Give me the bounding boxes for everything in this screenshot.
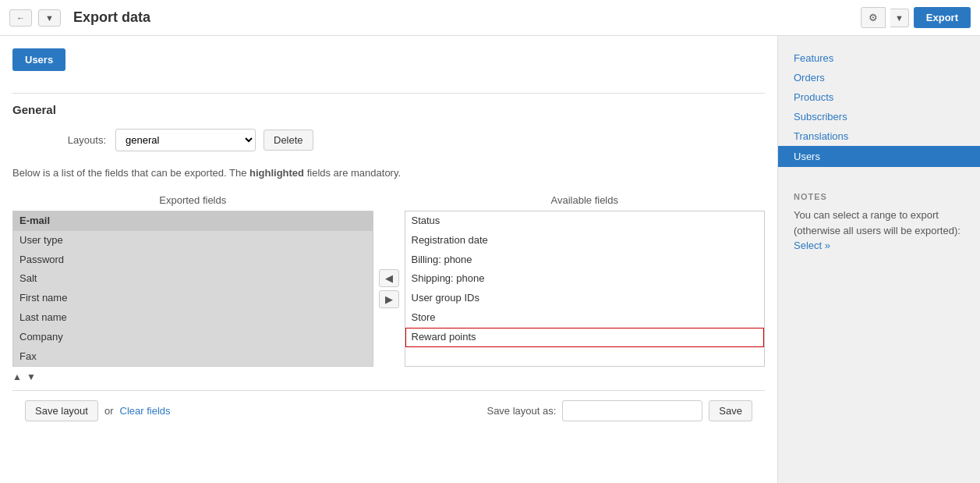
available-field-item[interactable]: Shipping: phone [405,269,765,289]
sidebar-nav: FeaturesOrdersProductsSubscribersTransla… [778,48,980,167]
info-text-after: fields are mandatory. [304,167,401,179]
available-field-item[interactable]: Store [405,308,765,328]
sort-up-button[interactable]: ▲ [12,371,22,382]
page-title: Export data [73,9,150,26]
sidebar-select-link[interactable]: Select » [794,240,830,251]
bottom-right: Save layout as: Save [486,400,752,421]
gear-button[interactable]: ⚙ [861,7,886,28]
sidebar-item-features[interactable]: Features [778,48,980,68]
info-text: Below is a list of the fields that can b… [12,167,765,179]
sidebar-notes-text: You can select a range to export (otherw… [794,208,964,254]
exported-field-item[interactable]: Password [13,250,373,270]
sort-down-button[interactable]: ▼ [27,371,36,382]
exported-field-item[interactable]: Fax [13,347,373,367]
sidebar-item-products[interactable]: Products [778,87,980,107]
available-fields-listbox[interactable]: StatusRegistration dateBilling: phoneShi… [405,211,766,367]
available-field-item[interactable]: Reward points [405,328,765,347]
sidebar: FeaturesOrdersProductsSubscribersTransla… [777,36,980,483]
exported-fields-header: Exported fields [12,194,373,206]
export-button[interactable]: Export [914,7,971,28]
exported-field-item[interactable]: Phone [13,366,373,367]
sidebar-item-orders[interactable]: Orders [778,68,980,87]
layouts-row: Layouts: general Delete [12,129,765,151]
save-layout-input[interactable] [562,400,702,421]
back-button[interactable]: ← [9,9,32,27]
main-content: Users General Layouts: general Delete Be… [0,36,777,483]
exported-fields-listbox[interactable]: E-mailUser typePasswordSaltFirst nameLas… [12,211,373,367]
save-layout-as-label: Save layout as: [486,405,556,417]
move-right-button[interactable]: ▶ [379,290,399,308]
exported-field-item[interactable]: E-mail [13,211,373,231]
clear-fields-link[interactable]: Clear fields [120,405,171,417]
fields-headers: Exported fields Available fields [12,194,765,211]
fields-row: E-mailUser typePasswordSaltFirst nameLas… [12,211,765,367]
move-left-button[interactable]: ◀ [379,269,399,287]
exported-field-item[interactable]: User type [13,231,373,250]
dropdown-nav-button[interactable]: ▼ [38,9,61,27]
users-tab-button[interactable]: Users [12,48,65,71]
available-field-item[interactable]: Status [405,211,765,231]
exported-field-item[interactable]: Company [13,328,373,347]
exported-field-item[interactable]: Last name [13,308,373,328]
top-bar: ← ▼ Export data ⚙ ▼ Export [0,0,980,36]
transfer-arrows: ◀ ▶ [373,211,405,367]
available-field-item[interactable]: Billing: phone [405,250,765,270]
available-field-item[interactable]: User group IDs [405,289,765,308]
or-label: or [104,405,114,417]
gear-dropdown-button[interactable]: ▼ [890,9,909,27]
layout-select[interactable]: general [115,129,256,151]
section-title: General [12,103,765,116]
sidebar-item-users[interactable]: Users [778,146,980,167]
exported-field-item[interactable]: Salt [13,269,373,289]
exported-field-item[interactable]: First name [13,289,373,308]
delete-button[interactable]: Delete [264,130,313,151]
info-highlighted: highlighted [249,167,304,179]
divider [12,93,765,94]
top-bar-left: ← ▼ Export data [9,9,150,27]
sidebar-notes-text-content: You can select a range to export (otherw… [794,209,961,236]
page-layout: Users General Layouts: general Delete Be… [0,36,980,483]
layouts-label: Layouts: [12,134,106,146]
sort-arrows: ▲ ▼ [12,371,765,382]
sidebar-notes-title: NOTES [794,192,964,201]
bottom-left: Save layout or Clear fields [25,400,171,421]
available-field-item[interactable]: Registration date [405,231,765,250]
available-fields-header: Available fields [405,194,766,206]
bottom-bar: Save layout or Clear fields Save layout … [12,390,765,431]
top-bar-right: ⚙ ▼ Export [861,7,971,28]
sidebar-item-translations[interactable]: Translations [778,126,980,146]
arrows-spacer [373,194,405,211]
save-layout-button[interactable]: Save layout [25,400,98,421]
save-button[interactable]: Save [709,400,752,421]
sidebar-notes: NOTES You can select a range to export (… [778,183,980,263]
sidebar-item-subscribers[interactable]: Subscribers [778,107,980,126]
info-text-before: Below is a list of the fields that can b… [12,167,249,179]
